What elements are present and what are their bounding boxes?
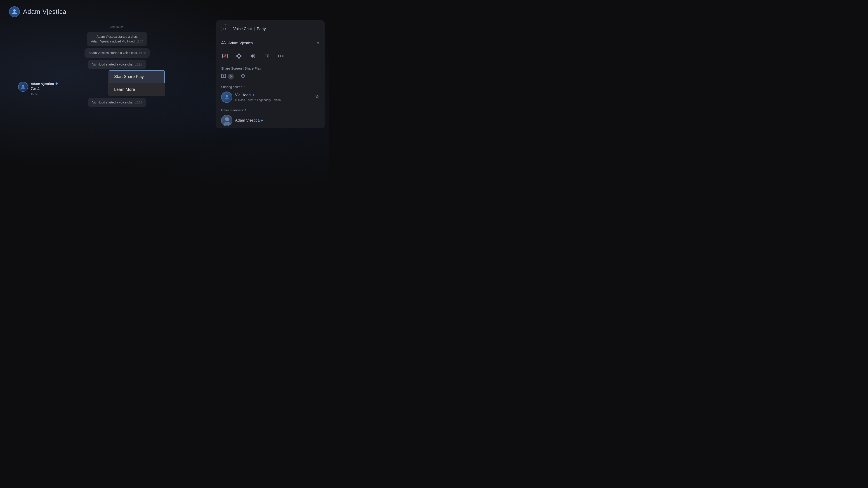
page-header: Adam Vjestica xyxy=(9,6,66,17)
svg-point-2 xyxy=(223,75,224,76)
share-play-icon xyxy=(241,73,246,79)
chat-area: 23/11/2020 Adam Vjestica started a chat.… xyxy=(13,23,221,175)
right-panel: Voice Chat | Party Adam Vjestica ▼ xyxy=(216,20,324,128)
other-member-avatar xyxy=(221,115,232,126)
sharing-user-row: Vic Hood ✚ ■ Mass Effect™ Legendary Edit… xyxy=(221,92,320,103)
icon-toolbar: ••• xyxy=(216,49,324,63)
message-text: Go 4 it xyxy=(31,87,58,91)
game-icon: ■ xyxy=(235,98,237,101)
panel-header: Voice Chat | Party xyxy=(216,20,324,37)
svg-point-0 xyxy=(22,85,24,87)
date-separator: 23/11/2020 xyxy=(13,25,221,29)
share-play-stat: --- xyxy=(241,73,251,79)
timestamp-1: 19:30 xyxy=(136,40,143,43)
message-author: Adam Vjestica ✚ xyxy=(31,82,58,86)
system-message-1: Adam Vjestica started a chat. Adam Vjest… xyxy=(87,32,147,46)
share-play-dashes: --- xyxy=(247,74,251,78)
system-message-2: Adam Vjestica started a voice chat. 19:3… xyxy=(85,48,150,58)
viewers-icon xyxy=(221,73,226,79)
controller-icon[interactable] xyxy=(235,52,243,60)
dropdown-arrow-icon: ▼ xyxy=(316,41,320,45)
other-ps-plus-icon: ✚ xyxy=(260,119,263,122)
learn-more-button[interactable]: Learn More xyxy=(109,83,165,96)
ps-plus-icon: ✚ xyxy=(55,82,58,86)
timestamp-2: 19:30 xyxy=(139,52,146,55)
panel-title: Voice Chat | Party xyxy=(233,27,266,31)
share-screen-title: Share Screen | Share Play xyxy=(221,66,320,70)
party-member-name: Adam Vjestica xyxy=(228,41,253,45)
viewers-count: 0 xyxy=(228,74,234,79)
mute-icon[interactable] xyxy=(315,94,320,100)
screen-share-toolbar-icon[interactable] xyxy=(221,52,229,60)
volume-icon[interactable] xyxy=(249,52,257,60)
playstation-icon xyxy=(221,24,230,33)
header-icon xyxy=(9,6,20,17)
sharing-section: Sharing screen: 1 Vic Hood ✚ ■ Mass Effe… xyxy=(216,82,324,105)
message-time: 15:24 xyxy=(31,93,58,96)
dropdown-menu: Start Share Play Learn More xyxy=(108,70,165,96)
system-message-3: Vic Hood started a voice chat. 19:31 xyxy=(88,60,146,69)
other-member-row: Adam Vjestica ✚ xyxy=(221,115,320,126)
timestamp-today: 15:24 xyxy=(135,101,142,104)
sharing-avatar xyxy=(221,92,232,103)
start-share-play-button[interactable]: Start Share Play xyxy=(109,70,165,83)
more-options-icon[interactable]: ••• xyxy=(277,52,285,60)
other-members-section: Other members: 1 Adam Vjestica ✚ xyxy=(216,105,324,128)
party-icon xyxy=(221,40,226,46)
timestamp-3: 19:31 xyxy=(135,63,142,66)
party-member-info: Adam Vjestica xyxy=(221,40,253,46)
viewers-stat: 0 xyxy=(221,73,234,79)
share-screen-section: Share Screen | Share Play 0 xyxy=(216,63,324,82)
other-members-label: Other members: 1 xyxy=(221,108,320,112)
sharing-user-info: Vic Hood ✚ ■ Mass Effect™ Legendary Edit… xyxy=(235,93,312,102)
sharing-user-name: Vic Hood ✚ xyxy=(235,93,312,97)
system-message-today: Vic Hood started a voice chat. 15:24 xyxy=(88,98,146,107)
sharing-user-game: ■ Mass Effect™ Legendary Edition xyxy=(235,98,312,102)
svg-point-4 xyxy=(225,117,229,121)
svg-point-3 xyxy=(225,95,228,97)
avatar-inner xyxy=(19,82,28,91)
sharing-ps-plus-icon: ✚ xyxy=(252,93,254,97)
other-member-name: Adam Vjestica ✚ xyxy=(235,118,263,123)
page-title: Adam Vjestica xyxy=(23,8,66,15)
avatar xyxy=(18,82,28,92)
sharing-label: Sharing screen: 1 xyxy=(221,85,320,89)
message-content: Adam Vjestica ✚ Go 4 it 15:24 xyxy=(31,82,58,96)
exit-icon[interactable] xyxy=(263,52,271,60)
party-member-row[interactable]: Adam Vjestica ▼ xyxy=(216,37,324,49)
share-stats-row: 0 --- xyxy=(221,73,320,79)
